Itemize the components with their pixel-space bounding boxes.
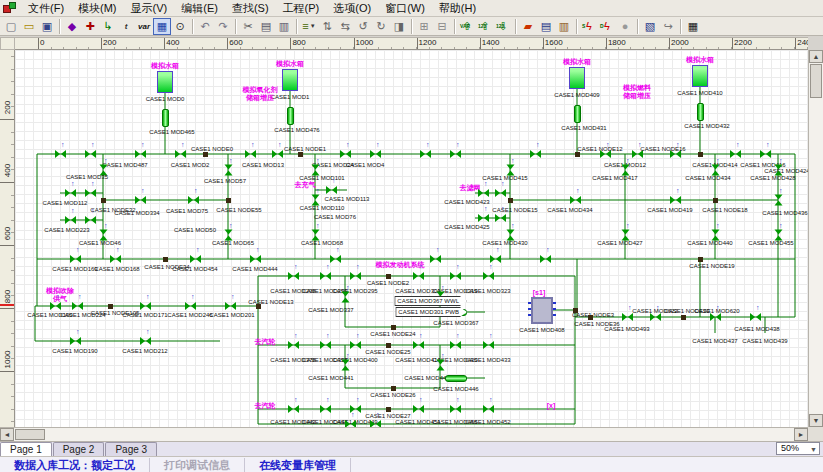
valve-symbol[interactable] <box>140 302 151 310</box>
flip-vertical-button[interactable]: ⇅ <box>318 18 336 35</box>
rotate-left-button[interactable]: ↺ <box>354 18 372 35</box>
zoom-select[interactable]: 50% ▼ <box>776 442 820 455</box>
align-button[interactable]: ≡▼ <box>300 18 318 35</box>
valve-symbol[interactable] <box>775 165 783 176</box>
valve-symbol[interactable] <box>175 150 186 158</box>
valve-symbol[interactable] <box>312 165 320 176</box>
menu-item-8[interactable]: 窗口(W) <box>378 0 432 17</box>
valve-symbol[interactable] <box>450 272 461 280</box>
valve-symbol[interactable] <box>483 341 494 349</box>
valve-symbol[interactable] <box>437 360 445 371</box>
vertical-scrollbar[interactable]: ▲ ▼ <box>808 50 823 427</box>
import-values-button[interactable]: ⇧123 <box>476 18 494 35</box>
valve-symbol[interactable] <box>495 189 506 197</box>
signal-tag[interactable]: CASE1 MOD301 PWB <box>395 307 467 317</box>
valve-symbol[interactable] <box>65 216 76 224</box>
valve-symbol[interactable] <box>570 196 581 204</box>
valve-symbol[interactable] <box>478 189 489 197</box>
tank-component[interactable] <box>157 71 173 93</box>
valve-symbol[interactable] <box>85 189 96 197</box>
ungroup-button[interactable]: ⊟ <box>433 18 451 35</box>
valve-symbol[interactable] <box>775 195 783 206</box>
menu-item-9[interactable]: 帮助(H) <box>432 0 483 17</box>
valve-symbol[interactable] <box>730 150 741 158</box>
engine-block-component[interactable] <box>531 297 553 324</box>
valve-symbol[interactable] <box>483 272 494 280</box>
valve-symbol[interactable] <box>622 230 630 241</box>
filter-component[interactable] <box>697 103 704 121</box>
valve-symbol[interactable] <box>312 230 320 241</box>
valve-symbol[interactable] <box>342 360 350 371</box>
node-junction[interactable] <box>386 343 391 348</box>
cut-button[interactable]: ✂ <box>239 18 257 35</box>
valve-symbol[interactable] <box>272 150 283 158</box>
valve-symbol[interactable] <box>750 313 761 321</box>
scroll-left-button[interactable]: ◄ <box>0 428 14 441</box>
valve-symbol[interactable] <box>340 150 351 158</box>
valve-symbol[interactable] <box>50 302 61 310</box>
horizontal-scroll-thumb[interactable] <box>15 429 45 440</box>
node-junction[interactable] <box>588 315 593 320</box>
valve-symbol[interactable] <box>320 405 331 413</box>
tab-page-1[interactable]: Page 1 <box>0 442 52 456</box>
scroll-down-button[interactable]: ▼ <box>809 414 823 427</box>
valve-symbol[interactable] <box>350 272 361 280</box>
menu-item-7[interactable]: 选项(O) <box>326 0 378 17</box>
new-file-button[interactable]: ▢ <box>2 18 20 35</box>
status-item-3[interactable]: 在线变量库管理 <box>245 458 351 472</box>
mirror-button[interactable]: ◨ <box>390 18 408 35</box>
pump-component[interactable] <box>445 375 467 382</box>
valve-symbol[interactable] <box>775 230 783 241</box>
grid-select-button[interactable]: ▦ <box>153 18 171 35</box>
valve-symbol[interactable] <box>70 255 81 263</box>
stop-run-button[interactable]: ● <box>616 18 634 35</box>
node-junction[interactable] <box>391 386 396 391</box>
node-junction[interactable] <box>698 152 703 157</box>
add-module-button[interactable]: ◆ <box>63 18 81 35</box>
node-junction[interactable] <box>508 198 513 203</box>
menu-item-2[interactable]: 模块(M) <box>71 0 124 17</box>
status-item-1[interactable]: 数据入库工况：额定工况 <box>0 458 150 472</box>
paste-button[interactable]: ▥ <box>275 18 293 35</box>
open-file-button[interactable]: ▭ <box>20 18 38 35</box>
valve-symbol[interactable] <box>188 196 199 204</box>
valve-symbol[interactable] <box>540 255 551 263</box>
tank-component[interactable] <box>282 69 298 91</box>
node-junction[interactable] <box>698 257 703 262</box>
valve-symbol[interactable] <box>320 272 331 280</box>
valve-symbol[interactable] <box>450 341 461 349</box>
node-junction[interactable] <box>226 198 231 203</box>
export-values-button[interactable]: ⇩123 <box>494 18 512 35</box>
database-in-button[interactable]: ▤ <box>537 18 555 35</box>
valve-symbol[interactable] <box>420 150 431 158</box>
reroute-button[interactable]: ↪ <box>659 18 677 35</box>
menu-item-1[interactable]: 文件(F) <box>21 0 71 17</box>
valve-symbol[interactable] <box>450 150 461 158</box>
valve-symbol[interactable] <box>413 405 424 413</box>
valve-symbol[interactable] <box>326 186 337 194</box>
redo-button[interactable]: ↷ <box>214 18 232 35</box>
node-junction[interactable] <box>713 198 718 203</box>
filter-component[interactable] <box>287 107 294 125</box>
valve-symbol[interactable] <box>288 405 299 413</box>
valve-symbol[interactable] <box>135 196 146 204</box>
valve-symbol[interactable] <box>85 150 96 158</box>
valve-symbol[interactable] <box>495 214 506 222</box>
valve-symbol[interactable] <box>55 150 66 158</box>
valve-symbol[interactable] <box>430 255 441 263</box>
valve-symbol[interactable] <box>225 165 233 176</box>
valve-symbol[interactable] <box>450 405 461 413</box>
valve-symbol[interactable] <box>190 255 201 263</box>
valve-symbol[interactable] <box>70 337 81 345</box>
valve-symbol[interactable] <box>100 230 108 241</box>
run-static-button[interactable]: ϟS <box>580 18 598 35</box>
valve-symbol[interactable] <box>225 302 236 310</box>
tab-page-3[interactable]: Page 3 <box>105 442 157 456</box>
valve-symbol[interactable] <box>413 272 424 280</box>
vertical-scroll-thumb[interactable] <box>810 64 822 98</box>
rotate-right-button[interactable]: ↻ <box>372 18 390 35</box>
filter-component[interactable] <box>574 105 581 123</box>
valve-symbol[interactable] <box>490 255 501 263</box>
undo-button[interactable]: ↶ <box>196 18 214 35</box>
valve-symbol[interactable] <box>345 420 356 427</box>
